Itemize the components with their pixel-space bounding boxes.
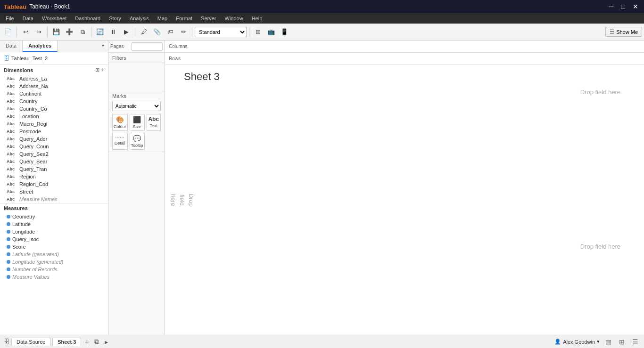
marks-colour-button[interactable]: 🎨 Colour <box>112 114 128 131</box>
menu-bar: FileDataWorksheetDashboardStoryAnalysisM… <box>0 13 644 24</box>
minimize-button[interactable]: ─ <box>607 3 616 10</box>
new-sheet-button[interactable]: + <box>83 337 91 347</box>
field-macro-regi[interactable]: Abc Macro_Regi <box>0 120 108 128</box>
duplicate-sheet-button[interactable]: ⧉ <box>92 337 101 347</box>
data-source-tab[interactable]: Data Source <box>11 338 50 346</box>
data-source-name[interactable]: Tableau_Test_2 <box>11 56 48 61</box>
menu-item-analysis[interactable]: Analysis <box>126 15 153 22</box>
field-country-co[interactable]: Abc Country_Co <box>0 105 108 113</box>
sheet-3-tab[interactable]: Sheet 3 <box>52 338 81 346</box>
field-score[interactable]: Score <box>0 243 108 251</box>
field-lat-generated[interactable]: Latitude (generated) <box>0 251 108 258</box>
menu-item-map[interactable]: Map <box>154 15 171 22</box>
filters-drop-area[interactable] <box>108 63 165 91</box>
menu-item-worksheet[interactable]: Worksheet <box>38 15 70 22</box>
close-button[interactable]: ✕ <box>631 3 640 10</box>
grid-view-icon[interactable]: ⊞ <box>95 67 99 73</box>
field-region[interactable]: Abc Region <box>0 173 108 180</box>
field-lon-generated[interactable]: Longitude (generated) <box>0 258 108 266</box>
new-ds-button[interactable]: ➕ <box>63 26 75 38</box>
drop-zone-top[interactable]: Drop field here <box>580 89 620 96</box>
show-me-button[interactable]: ☰ Show Me <box>605 27 642 37</box>
columns-label: Columns <box>169 44 195 49</box>
measure-dot-latitude <box>7 222 10 226</box>
dimensions-header[interactable]: Dimensions ⊞ + <box>0 65 108 75</box>
menu-item-dashboard[interactable]: Dashboard <box>71 15 104 22</box>
menu-item-help[interactable]: Help <box>248 15 266 22</box>
columns-drop-zone[interactable] <box>197 42 640 51</box>
field-address-la[interactable]: Abc Address_La <box>0 75 108 82</box>
rows-drop-zone[interactable] <box>197 55 640 63</box>
field-query-sear[interactable]: Abc Query_Sear <box>0 158 108 165</box>
field-continent[interactable]: Abc Continent <box>0 90 108 97</box>
view-normal-button[interactable]: ▦ <box>603 337 613 347</box>
menu-item-data[interactable]: Data <box>19 15 37 22</box>
field-label: Score <box>12 244 26 250</box>
field-num-records[interactable]: Number of Records <box>0 266 108 273</box>
marks-size-button[interactable]: ⬛ Size <box>130 114 145 131</box>
pages-drop-zone[interactable] <box>132 42 163 51</box>
undo-button[interactable]: ↩ <box>19 26 32 38</box>
run-button[interactable]: ▶ <box>120 26 132 38</box>
marks-detail-button[interactable]: ⋯⋯ Detail <box>112 133 128 150</box>
field-geometry[interactable]: Geometry <box>0 213 108 220</box>
standard-select[interactable]: Standard <box>195 27 247 37</box>
device-button[interactable]: 📱 <box>278 26 290 38</box>
field-query-tran[interactable]: Abc Query_Tran <box>0 165 108 173</box>
save-button[interactable]: 💾 <box>50 26 62 38</box>
pause-button[interactable]: ⏸ <box>107 26 119 38</box>
field-postcode[interactable]: Abc Postcode <box>0 128 108 135</box>
field-query-sea2[interactable]: Abc Query_Sea2 <box>0 150 108 158</box>
maximize-button[interactable]: □ <box>619 3 627 10</box>
group-button[interactable]: 📎 <box>151 26 163 38</box>
field-query-coun[interactable]: Abc Query_Coun <box>0 143 108 150</box>
duplicate-button[interactable]: ⧉ <box>76 26 89 38</box>
field-street[interactable]: Abc Street <box>0 188 108 195</box>
marks-tooltip-button[interactable]: 💬 Tooltip <box>130 133 145 150</box>
redo-button[interactable]: ↪ <box>33 26 45 38</box>
menu-item-window[interactable]: Window <box>221 15 247 22</box>
present-button[interactable]: 📺 <box>265 26 277 38</box>
tab-analytics[interactable]: Analytics <box>23 40 58 52</box>
menu-item-server[interactable]: Server <box>197 15 220 22</box>
dimensions-title: Dimensions <box>4 67 33 73</box>
drop-zone-right[interactable]: Drop field here <box>580 243 620 250</box>
view-list-button[interactable]: ☰ <box>630 337 640 347</box>
menu-item-file[interactable]: File <box>2 15 18 22</box>
menu-item-format[interactable]: Format <box>172 15 196 22</box>
field-region-cod[interactable]: Abc Region_Cod <box>0 180 108 188</box>
tab-arrow[interactable]: ▾ <box>98 40 108 52</box>
field-measure-values[interactable]: Measure Values <box>0 273 108 281</box>
label-button[interactable]: 🏷 <box>164 26 176 38</box>
field-type-icon: Abc <box>7 152 17 156</box>
highlight-button[interactable]: 🖊 <box>138 26 150 38</box>
annotate-button[interactable]: ✏ <box>177 26 190 38</box>
field-latitude[interactable]: Latitude <box>0 220 108 228</box>
add-field-icon[interactable]: + <box>101 67 104 73</box>
view-area[interactable]: Sheet 3 Drop field here Drop field here … <box>165 65 644 335</box>
field-type-icon: Abc <box>7 114 17 119</box>
menu-item-story[interactable]: Story <box>105 15 125 22</box>
new-button[interactable]: 📄 <box>2 26 14 38</box>
field-longitude[interactable]: Longitude <box>0 228 108 235</box>
field-location[interactable]: Abc Location <box>0 113 108 120</box>
field-address-na[interactable]: Abc Address_Na <box>0 82 108 90</box>
more-sheets-button[interactable]: ▸ <box>103 337 110 347</box>
drop-zone-left[interactable]: Drop field here <box>170 193 195 206</box>
drop-left-top: Drop <box>188 193 195 206</box>
field-query-addr[interactable]: Abc Query_Addr <box>0 135 108 143</box>
marks-text-button[interactable]: Abc Text <box>147 114 161 131</box>
field-country[interactable]: Abc Country <box>0 97 108 105</box>
field-measure-names[interactable]: Abc Measure Names <box>0 195 108 203</box>
view-fit-button[interactable]: ⊞ <box>617 337 627 347</box>
tab-data[interactable]: Data <box>0 40 23 52</box>
toolbar-separator-2 <box>47 27 48 37</box>
measures-header[interactable]: Measures <box>0 203 108 213</box>
marks-type-select[interactable]: Automatic <box>112 101 161 111</box>
user-dropdown-icon[interactable]: ▾ <box>597 339 600 345</box>
window-title: Tableau Tableau - Book1 <box>4 3 70 10</box>
refresh-button[interactable]: 🔄 <box>94 26 106 38</box>
field-query-isoc[interactable]: Query_Isoc <box>0 235 108 243</box>
fit-width-button[interactable]: ⊞ <box>252 26 264 38</box>
field-label: Postcode <box>19 129 41 134</box>
